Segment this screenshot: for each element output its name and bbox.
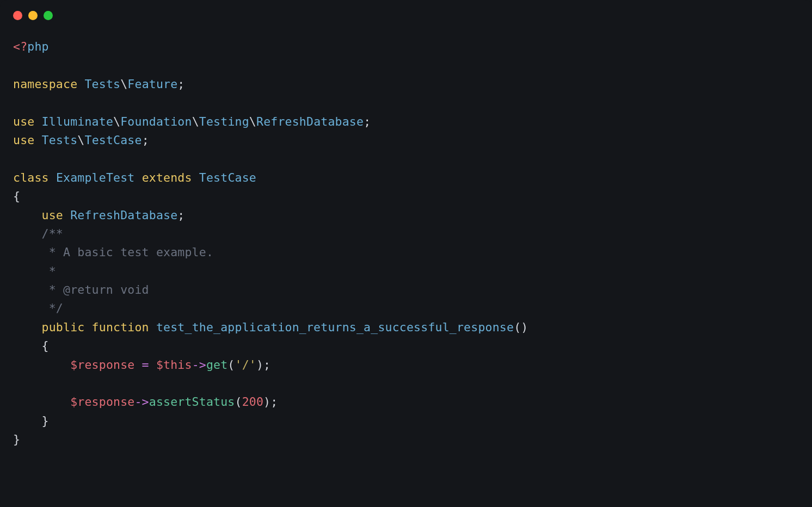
- keyword-use: use: [13, 115, 34, 128]
- paren-open: (: [514, 320, 521, 334]
- keyword-public: public: [42, 320, 85, 334]
- paren-open: (: [227, 358, 235, 372]
- brace-close: }: [13, 432, 20, 446]
- trait-name: RefreshDatabase: [70, 208, 177, 222]
- import-segment: Foundation: [120, 115, 192, 128]
- php-open-tag: <?: [13, 40, 27, 53]
- semicolon: ;: [177, 77, 184, 91]
- docblock-line: * @return void: [42, 283, 149, 296]
- zoom-icon[interactable]: [44, 11, 53, 20]
- import-segment: Illuminate: [42, 115, 113, 128]
- arrow-operator: ->: [192, 358, 206, 372]
- minimize-icon[interactable]: [28, 11, 38, 20]
- titlebar: [0, 0, 812, 27]
- code-block: <?php namespace Tests\Feature; use Illum…: [0, 27, 812, 462]
- class-name: ExampleTest: [56, 171, 135, 184]
- method-name: test_the_application_returns_a_successfu…: [156, 320, 514, 334]
- import-segment: Tests: [42, 133, 78, 147]
- keyword-class: class: [13, 171, 49, 184]
- paren-close: ): [521, 320, 528, 334]
- method-call: assertStatus: [149, 395, 235, 409]
- brace-close: }: [42, 414, 49, 428]
- namespace-sep: \: [249, 115, 256, 128]
- paren-close: ): [263, 395, 270, 409]
- variable: $response: [70, 395, 134, 409]
- docblock-line: *: [42, 264, 56, 278]
- namespace-sep: \: [120, 77, 127, 91]
- semicolon: ;: [364, 115, 371, 128]
- keyword-namespace: namespace: [13, 77, 77, 91]
- namespace-segment: Tests: [84, 77, 120, 91]
- docblock-line: * A basic test example.: [42, 245, 213, 259]
- keyword-use: use: [13, 133, 34, 147]
- semicolon: ;: [177, 208, 184, 222]
- string-literal: '/': [235, 358, 256, 372]
- close-icon[interactable]: [13, 11, 22, 20]
- keyword-extends: extends: [142, 171, 192, 184]
- keyword-use-trait: use: [42, 208, 63, 222]
- paren-open: (: [235, 395, 242, 409]
- editor-window: <?php namespace Tests\Feature; use Illum…: [0, 0, 812, 507]
- number-literal: 200: [242, 395, 263, 409]
- import-segment: Testing: [199, 115, 249, 128]
- semicolon: ;: [263, 358, 270, 372]
- namespace-segment: Feature: [127, 77, 177, 91]
- arrow-operator: ->: [134, 395, 149, 409]
- semicolon: ;: [142, 133, 149, 147]
- docblock-line: */: [42, 301, 63, 315]
- import-segment: TestCase: [84, 133, 142, 147]
- brace-open: {: [13, 189, 20, 203]
- docblock-line: /**: [42, 227, 63, 240]
- php-keyword: php: [27, 40, 48, 53]
- parent-class: TestCase: [199, 171, 256, 184]
- namespace-sep: \: [77, 133, 84, 147]
- variable: $response: [70, 358, 134, 372]
- namespace-sep: \: [113, 115, 120, 128]
- method-call: get: [206, 358, 227, 372]
- import-segment: RefreshDatabase: [256, 115, 364, 128]
- keyword-function: function: [92, 320, 149, 334]
- this-variable: $this: [156, 358, 192, 372]
- equals-operator: =: [134, 358, 156, 372]
- namespace-sep: \: [192, 115, 199, 128]
- paren-close: ): [256, 358, 263, 372]
- brace-open: {: [42, 339, 49, 353]
- semicolon: ;: [270, 395, 278, 409]
